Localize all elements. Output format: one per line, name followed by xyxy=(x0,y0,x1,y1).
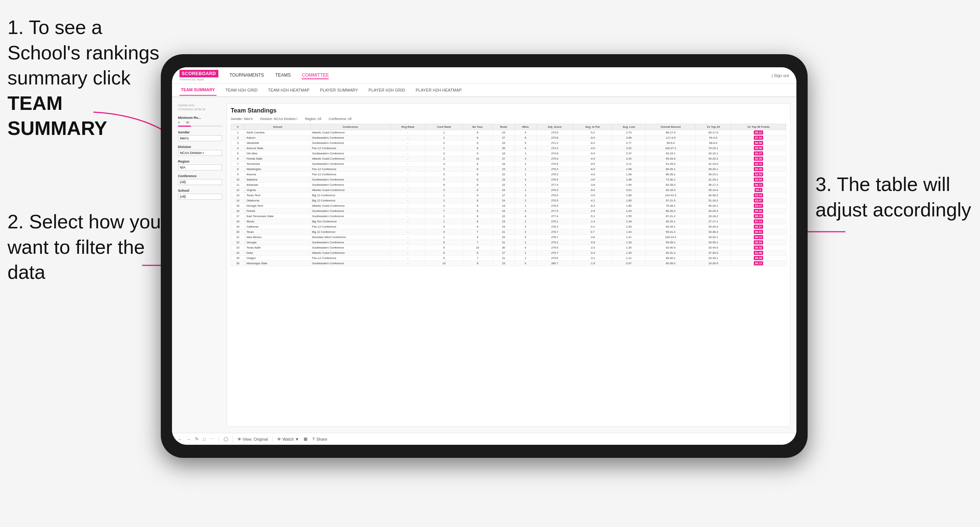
points-cell: 88.54 xyxy=(731,240,786,245)
col-conf-rank[interactable]: Conf Rank xyxy=(425,124,463,130)
view-original-btn[interactable]: 👁 View: Original xyxy=(237,437,268,441)
watch-btn[interactable]: 👁 Watch ▼ xyxy=(277,437,299,441)
rounds-slider[interactable] xyxy=(178,125,222,127)
toolbar-back[interactable]: ← xyxy=(178,437,182,441)
sub-nav-player-h2h-grid[interactable]: PLAYER H2H GRID xyxy=(367,85,407,95)
table-filters-row: Gender: Men's Division: NCAA Division I … xyxy=(231,117,786,121)
table-row: 19 California Pac-12 Conference - 4 8 24… xyxy=(231,224,786,230)
nav-committee[interactable]: COMMITTEE xyxy=(302,72,329,79)
col-no-tour[interactable]: No Tour xyxy=(463,124,492,130)
points-cell: 86.91 xyxy=(731,230,786,235)
table-row: 3 Vanderbilt Southeastern Conference - 2… xyxy=(231,141,786,146)
table-row: 17 East Tennessee State Southeastern Con… xyxy=(231,214,786,219)
col-avg-low[interactable]: Avg. Low xyxy=(612,124,646,130)
toolbar-copy[interactable]: □ xyxy=(203,437,206,441)
instruction-1: 1. To see a School's rankings summary cl… xyxy=(8,15,164,141)
update-time: Update time: 27/03/2024 16:56:26 xyxy=(178,103,222,111)
sub-nav-team-h2h-heatmap[interactable]: TEAM H2H HEATMAP xyxy=(267,85,311,95)
division-label: Division xyxy=(178,145,222,149)
nav-tournaments[interactable]: TOURNAMENTS xyxy=(229,72,264,79)
points-cell: 83.47 xyxy=(731,198,786,203)
col-conference[interactable]: Conference xyxy=(310,124,390,130)
region-select[interactable]: N/A xyxy=(178,165,222,170)
col-points[interactable]: Vs Top 50 Points xyxy=(731,124,786,130)
points-cell: 82.71 xyxy=(731,162,786,167)
nav-teams[interactable]: TEAMS xyxy=(275,72,291,79)
points-cell: 87.14 xyxy=(731,219,786,224)
table-row: 2 Auburn Southeastern Conference - 1 9 2… xyxy=(231,135,786,141)
filter-school: School (All) xyxy=(178,189,222,200)
filter-minimum-rounds: Minimum Ro... 4 30 xyxy=(178,116,222,127)
sub-nav-player-summary[interactable]: PLAYER SUMMARY xyxy=(318,85,360,95)
col-rnds[interactable]: Rnds xyxy=(492,124,515,130)
col-vs25[interactable]: Vs Top 25 xyxy=(696,124,731,130)
points-cell: 82.53 xyxy=(731,172,786,177)
table-row: 18 Illinois Big Ten Conference - 1 8 23 … xyxy=(231,219,786,224)
gender-label: Gender xyxy=(178,130,222,134)
toolbar-more[interactable]: ⋯ xyxy=(210,437,214,441)
filter-conference: Conference (All) xyxy=(178,174,222,185)
toolbar-forward[interactable]: → xyxy=(186,437,191,441)
points-cell: 88.14 xyxy=(731,235,786,240)
points-cell: 83.49 xyxy=(731,167,786,172)
col-adj-score[interactable]: Adj. Score xyxy=(536,124,573,130)
col-overall[interactable]: Overall Record xyxy=(646,124,696,130)
gender-select[interactable]: Men's xyxy=(178,135,222,141)
table-row: 4 Arizona State Pac-12 Conference - 1 8 … xyxy=(231,146,786,151)
table-row: 25 Oregon Pac-12 Conference - 5 7 21 1 2… xyxy=(231,256,786,261)
conference-select[interactable]: (All) xyxy=(178,179,222,185)
col-rank[interactable]: # xyxy=(231,124,245,130)
instruction-2: 2. Select how you want to filter the dat… xyxy=(8,209,164,285)
points-cell: 80.71 xyxy=(731,183,786,187)
region-label: Region xyxy=(178,160,222,163)
table-division-label: Division: NCAA Division I xyxy=(260,117,298,121)
division-select[interactable]: NCAA Division I xyxy=(178,150,222,156)
col-wins[interactable]: Wins xyxy=(515,124,536,130)
toolbar-reload[interactable]: ↻ xyxy=(195,437,199,441)
table-row: 15 Georgia Tech Atlantic Coast Conferenc… xyxy=(231,203,786,209)
standings-table: # School Conference Reg Rank Conf Rank N… xyxy=(231,124,786,266)
filters-panel: Update time: 27/03/2024 16:56:26 Minimum… xyxy=(178,103,227,427)
logo-sub: Powered by clippd xyxy=(180,78,218,81)
sub-nav-player-h2h-heatmap[interactable]: PLAYER H2H HEATMAP xyxy=(414,85,463,95)
col-reg-rank[interactable]: Reg Rank xyxy=(390,124,425,130)
school-select[interactable]: (All) xyxy=(178,194,222,200)
main-content: Update time: 27/03/2024 16:56:26 Minimum… xyxy=(172,97,796,433)
col-avg-par[interactable]: Avg. to Par xyxy=(573,124,612,130)
col-school[interactable]: School xyxy=(245,124,311,130)
table-row: 10 Alabama Southeastern Conference - 5 8… xyxy=(231,177,786,183)
points-cell: 88.18 xyxy=(731,256,786,261)
tablet: SCOREBOARD Powered by clippd TOURNAMENTS… xyxy=(161,54,808,458)
table-row: 24 Duke Atlantic Coast Conference - 5 9 … xyxy=(231,251,786,256)
share-btn[interactable]: ⇑ Share xyxy=(312,437,327,441)
points-cell: 82.39 xyxy=(731,156,786,162)
filter-gender: Gender Men's xyxy=(178,130,222,141)
table-row: 23 Texas A&M Southeastern Conference - 9… xyxy=(231,245,786,251)
points-cell: 87.31 xyxy=(731,135,786,141)
table-row: 8 Washington Pac-12 Conference - 2 8 23 … xyxy=(231,167,786,172)
points-cell: 88.13 xyxy=(731,261,786,266)
table-row: 9 Arizona Pac-12 Conference - 3 8 22 1 2… xyxy=(231,172,786,177)
sign-out[interactable]: | Sign out xyxy=(772,73,789,78)
minimum-rounds-label: Minimum Ro... xyxy=(178,116,222,120)
logo[interactable]: SCOREBOARD xyxy=(180,70,218,77)
layout-btn[interactable]: ▦ xyxy=(304,437,307,441)
points-cell: 83.47 xyxy=(731,203,786,209)
conference-label: Conference xyxy=(178,174,222,178)
school-label: School xyxy=(178,189,222,192)
points-cell: 80.94 xyxy=(731,177,786,183)
points-cell: 86.16 xyxy=(731,214,786,219)
table-conference-label: Conference: All xyxy=(329,117,352,121)
instruction-3: 3. The table will adjust accordingly xyxy=(816,172,972,222)
tablet-screen: SCOREBOARD Powered by clippd TOURNAMENTS… xyxy=(172,67,796,445)
points-cell: 88.42 xyxy=(731,245,786,251)
sub-nav-team-summary[interactable]: TEAM SUMMARY xyxy=(180,84,216,96)
points-cell: 82.98 xyxy=(731,251,786,256)
table-row: 1 North Carolina Atlantic Coast Conferen… xyxy=(231,130,786,135)
table-row: 16 Florida Southeastern Conference - 7 9… xyxy=(231,209,786,214)
points-cell: 83.27 xyxy=(731,151,786,156)
sub-nav-team-h2h-grid[interactable]: TEAM H2H GRID xyxy=(224,85,259,95)
logo-area: SCOREBOARD Powered by clippd xyxy=(180,70,218,81)
table-row: 7 Tennessee Southeastern Conference - 4 … xyxy=(231,162,786,167)
table-title: Team Standings xyxy=(231,107,786,114)
